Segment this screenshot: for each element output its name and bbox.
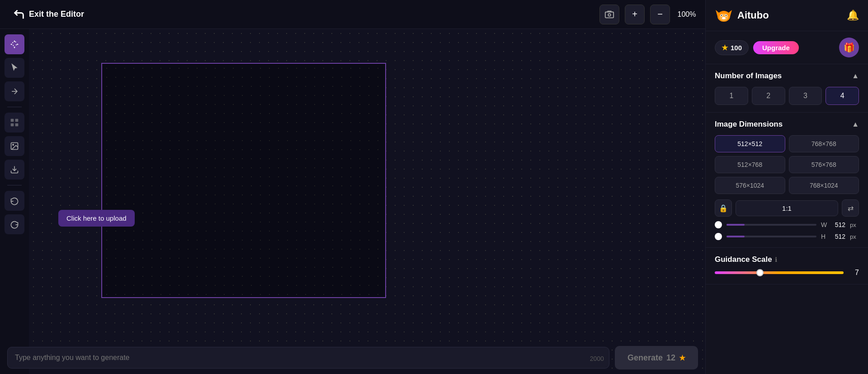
num-images-chevron-icon: ▲ (852, 72, 859, 80)
dimensions-chevron-icon: ▲ (852, 120, 859, 128)
ratio-row: 🔒 1:1 ⇄ (715, 199, 859, 217)
svg-rect-0 (605, 12, 613, 18)
left-toolbar (0, 29, 29, 374)
zoom-in-button[interactable]: + (625, 5, 645, 24)
height-slider-fill (726, 236, 745, 237)
right-panel: Aitubo 🔔 ★ 100 Upgrade 🎁 Number of Image… (705, 0, 868, 374)
height-value: 512 (832, 233, 845, 240)
texture-tool[interactable] (5, 113, 24, 133)
canvas-container: Click here to upload (0, 29, 705, 374)
gift-button[interactable]: 🎁 (839, 38, 859, 57)
top-bar-controls: + − 100% (599, 5, 698, 24)
brand-name: Aitubo (737, 9, 769, 21)
guidance-title: Guidance Scale (715, 255, 772, 264)
guidance-section: Guidance Scale ℹ 7 (706, 248, 868, 284)
editor-area: Exit the Editor + − 100% (0, 0, 705, 374)
guidance-slider-thumb (756, 269, 764, 276)
guidance-header: Guidance Scale ℹ (715, 255, 859, 264)
upload-tooltip[interactable]: Click here to upload (58, 210, 135, 227)
height-slider-thumb (715, 233, 722, 240)
generate-label: Generate (627, 353, 663, 363)
num-images-grid: 1 2 3 4 (715, 87, 859, 105)
image-tool[interactable] (5, 136, 24, 156)
height-unit: px (850, 233, 859, 240)
undo-tool[interactable] (5, 191, 24, 211)
upload-label: Click here to upload (66, 214, 127, 222)
canvas-grid[interactable]: Click here to upload (29, 29, 705, 374)
dimensions-title: Image Dimensions (715, 120, 783, 129)
num-images-2[interactable]: 2 (752, 87, 785, 105)
dim-768x1024[interactable]: 768×1024 (789, 177, 859, 194)
credits-row: ★ 100 Upgrade 🎁 (706, 31, 868, 64)
height-slider-row: H 512 px (715, 233, 859, 240)
pen-tool[interactable] (5, 81, 24, 101)
top-bar: Exit the Editor + − 100% (0, 0, 705, 29)
exit-label: Exit the Editor (29, 9, 84, 19)
dim-512x768[interactable]: 512×768 (715, 156, 785, 173)
lock-ratio-button[interactable]: 🔒 (715, 199, 732, 217)
generate-cost: 12 (666, 353, 675, 363)
guidance-slider[interactable] (715, 271, 844, 274)
prompt-input[interactable] (7, 347, 609, 369)
download-tool[interactable] (5, 160, 24, 180)
svg-rect-4 (11, 123, 14, 127)
width-slider-thumb (715, 221, 722, 228)
num-images-4[interactable]: 4 (826, 87, 859, 105)
dim-768x768[interactable]: 768×768 (789, 135, 859, 152)
select-tool[interactable] (5, 58, 24, 78)
prompt-input-wrapper: 2000 (7, 347, 609, 369)
width-label: W (821, 221, 827, 228)
dimensions-section: Image Dimensions ▲ 512×512 768×768 512×7… (706, 113, 868, 248)
brand-area: Aitubo (715, 6, 769, 24)
width-slider-fill (726, 224, 745, 226)
height-slider-track[interactable] (726, 236, 816, 237)
generate-button[interactable]: Generate 12 ★ (615, 346, 698, 369)
num-images-section: Number of Images ▲ 1 2 3 4 (706, 64, 868, 113)
svg-rect-2 (11, 119, 14, 122)
dimensions-header: Image Dimensions ▲ (715, 120, 859, 129)
upgrade-label: Upgrade (762, 44, 790, 52)
dim-576x1024[interactable]: 576×1024 (715, 177, 785, 194)
width-slider-track[interactable] (726, 224, 816, 226)
svg-point-16 (726, 15, 726, 16)
svg-rect-5 (15, 123, 19, 127)
guidance-value: 7 (848, 269, 859, 277)
zoom-level: 100% (675, 10, 698, 19)
num-images-title: Number of Images (715, 71, 782, 80)
num-images-header: Number of Images ▲ (715, 71, 859, 80)
right-header: Aitubo 🔔 (706, 0, 868, 31)
move-tool[interactable] (5, 34, 24, 54)
credits-badge: ★ 100 (715, 40, 749, 55)
brand-logo-icon (715, 6, 733, 24)
width-slider-row: W 512 px (715, 221, 859, 228)
exit-button[interactable]: Exit the Editor (7, 5, 90, 24)
tool-separator-1 (7, 107, 22, 107)
swap-dimensions-button[interactable]: ⇄ (842, 199, 859, 217)
credits-value: 100 (731, 44, 742, 52)
screenshot-button[interactable] (599, 5, 619, 24)
svg-rect-3 (15, 119, 19, 122)
notification-button[interactable]: 🔔 (847, 9, 859, 21)
tool-separator-2 (7, 185, 22, 185)
generate-star-icon: ★ (679, 354, 685, 362)
upgrade-button[interactable]: Upgrade (753, 41, 799, 54)
svg-point-7 (13, 144, 14, 146)
bottom-bar: 2000 Generate 12 ★ (0, 341, 705, 374)
dim-576x768[interactable]: 576×768 (789, 156, 859, 173)
width-value: 512 (832, 221, 845, 228)
svg-point-17 (722, 17, 726, 19)
canvas-frame (101, 63, 386, 298)
svg-point-1 (608, 14, 611, 16)
ratio-display: 1:1 (736, 200, 838, 216)
width-unit: px (850, 222, 859, 228)
redo-tool[interactable] (5, 214, 24, 234)
zoom-out-button[interactable]: − (650, 5, 670, 24)
credits-star-icon: ★ (722, 43, 728, 52)
dimensions-grid: 512×512 768×768 512×768 576×768 576×1024… (715, 135, 859, 194)
num-images-3[interactable]: 3 (789, 87, 822, 105)
guidance-info-icon: ℹ (775, 256, 777, 263)
guidance-row: 7 (715, 269, 859, 277)
num-images-1[interactable]: 1 (715, 87, 748, 105)
dim-512x512[interactable]: 512×512 (715, 135, 785, 152)
height-label: H (821, 233, 827, 240)
